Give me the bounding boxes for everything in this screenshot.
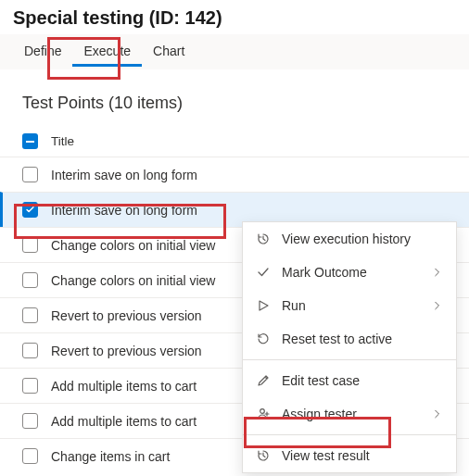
row-checkbox[interactable] (22, 413, 38, 429)
menu-label: Mark Outcome (282, 265, 421, 280)
context-menu: View execution history Mark Outcome Run … (242, 221, 457, 473)
menu-assign-tester[interactable]: Assign tester (243, 397, 456, 431)
menu-label: View execution history (282, 232, 443, 246)
check-icon (25, 205, 35, 215)
menu-view-history[interactable]: View execution history (243, 222, 456, 256)
row-checkbox[interactable] (22, 343, 38, 358)
menu-label: Edit test case (282, 373, 443, 388)
play-icon (256, 298, 271, 313)
row-title: Interim save on long form (51, 168, 447, 182)
row-checkbox[interactable] (22, 272, 38, 288)
page-title: Special testing (ID: 142) (0, 0, 469, 34)
edit-icon (256, 373, 271, 388)
row-checkbox[interactable] (22, 307, 38, 323)
row-checkbox[interactable] (22, 167, 38, 182)
row-checkbox[interactable] (22, 448, 38, 464)
section-title: Test Points (10 items) (0, 69, 469, 126)
menu-label: Assign tester (282, 407, 421, 421)
menu-divider (243, 434, 456, 435)
menu-view-test-result[interactable]: View test result (243, 439, 456, 472)
chevron-right-icon (432, 408, 443, 420)
reset-icon (256, 332, 271, 346)
menu-mark-outcome[interactable]: Mark Outcome (243, 256, 456, 289)
menu-run[interactable]: Run (243, 289, 456, 322)
tab-define[interactable]: Define (13, 38, 72, 64)
menu-label: Run (282, 298, 421, 313)
table-row[interactable]: Interim save on long form (0, 157, 469, 192)
row-checkbox[interactable] (22, 237, 38, 253)
menu-divider (243, 359, 456, 360)
person-icon (256, 407, 271, 421)
list-header: Title (0, 126, 469, 157)
row-checkbox[interactable] (22, 202, 38, 218)
menu-label: Reset test to active (282, 332, 443, 346)
history-icon (256, 232, 271, 246)
check-icon (256, 265, 271, 280)
row-checkbox[interactable] (22, 378, 38, 394)
column-title: Title (51, 134, 74, 148)
tab-chart[interactable]: Chart (142, 38, 196, 64)
row-title: Interim save on long form (51, 203, 447, 218)
menu-reset[interactable]: Reset test to active (243, 322, 456, 356)
tabbar: Define Execute Chart (0, 34, 469, 69)
menu-label: View test result (282, 448, 443, 463)
tab-execute[interactable]: Execute (72, 38, 142, 67)
chevron-right-icon (432, 300, 443, 311)
svg-point-0 (260, 409, 265, 414)
select-all-checkbox[interactable] (22, 133, 38, 149)
chevron-right-icon (432, 267, 443, 278)
menu-edit-test-case[interactable]: Edit test case (243, 364, 456, 397)
history-icon (256, 448, 271, 463)
